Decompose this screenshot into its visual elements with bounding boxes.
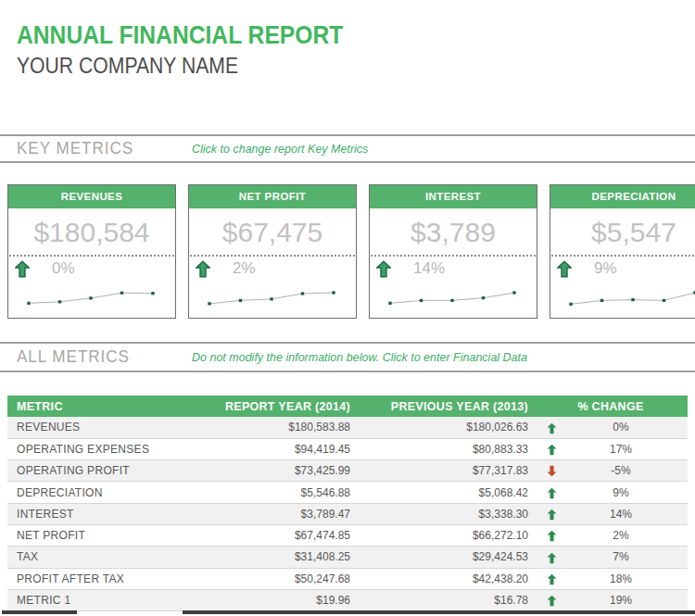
table-row: REVENUES $180,583.88 $180,026.63 0% [7,417,688,438]
metric-card-value: $180,584 [8,208,175,255]
percent-change-cell: 0% [569,417,688,438]
up-arrow-icon [547,421,557,434]
previous-year-cell: $42,438.20 [356,568,534,589]
report-year-cell: $180,583.88 [222,417,356,438]
table-row: PROFIT AFTER TAX $50,247.68 $42,438.20 1… [7,568,688,589]
column-header-percent-change: % CHANGE [534,396,688,417]
column-header-previous-year: PREVIOUS YEAR (2013) [356,396,534,417]
metric-name-cell: TAX [7,547,222,568]
previous-year-cell: $5,068.42 [356,482,534,503]
column-header-report-year: REPORT YEAR (2014) [222,396,356,417]
key-metrics-label: KEY METRICS [17,139,133,158]
key-metrics-band: KEY METRICS Click to change report Key M… [0,134,695,163]
metric-name-cell: INTEREST [7,503,222,524]
key-metrics-instruction[interactable]: Click to change report Key Metrics [192,143,368,156]
all-metrics-table: METRIC REPORT YEAR (2014) PREVIOUS YEAR … [7,396,688,611]
percent-change-cell: 7% [569,547,688,568]
report-year-cell: $73,425.99 [222,460,356,482]
percent-change-cell: -5% [569,460,688,482]
metric-card-change: 0% [52,259,75,278]
previous-year-cell: $180,026.63 [356,417,534,438]
table-row: INTEREST $3,789.47 $3,338.30 14% [7,503,688,524]
report-year-cell: $67,474.85 [222,524,356,546]
all-metrics-instruction[interactable]: Do not modify the information below. Cli… [192,351,527,364]
report-title: ANNUAL FINANCIAL REPORT [17,20,343,50]
previous-year-cell: $77,317.83 [356,460,534,482]
up-arrow-icon [547,572,557,585]
metric-card-change: 14% [413,259,445,278]
previous-year-cell: $66,272.10 [356,524,534,546]
column-header-metric: METRIC [7,396,222,417]
percent-change-cell: 9% [569,482,688,503]
percent-change-cell: 19% [569,589,688,610]
section-divider-segment [2,610,77,614]
up-arrow-icon [376,260,391,278]
metric-card[interactable]: REVENUES $180,584 0% [7,184,176,319]
metric-name-cell: OPERATING EXPENSES [7,438,222,459]
table-row: OPERATING EXPENSES $94,419.45 $80,883.33… [7,438,688,459]
all-metrics-label: ALL METRICS [17,347,130,367]
table-header-row: METRIC REPORT YEAR (2014) PREVIOUS YEAR … [7,396,688,417]
percent-change-cell: 14% [569,503,688,524]
up-arrow-icon [15,260,30,278]
report-year-cell: $94,419.45 [222,438,356,459]
up-arrow-icon [547,485,557,498]
up-arrow-icon [196,260,210,278]
table-row: OPERATING PROFIT $73,425.99 $77,317.83 -… [7,460,688,482]
metric-card-value: $5,547 [550,208,695,255]
metric-card-title: INTEREST [370,185,537,208]
metric-card-change-row: 2% [189,257,356,281]
table-row: METRIC 1 $19.96 $16.78 19% [7,589,688,610]
previous-year-cell: $80,883.33 [356,438,534,459]
previous-year-cell: $29,424.53 [356,547,534,568]
percent-change-cell: 17% [569,438,688,459]
metric-name-cell: REVENUES [7,417,222,438]
report-year-cell: $5,546.88 [222,482,356,503]
metric-card-change: 9% [594,259,617,278]
metric-card-value: $67,475 [189,208,356,255]
percent-change-cell: 2% [569,524,688,546]
metric-name-cell: DEPRECIATION [7,482,222,503]
previous-year-cell: $3,338.30 [356,503,534,524]
metric-card-title: DEPRECIATION [550,185,695,208]
all-metrics-band: ALL METRICS Do not modify the informatio… [0,342,695,372]
percent-change-cell: 18% [569,568,688,589]
up-arrow-icon [547,594,557,607]
metric-card[interactable]: NET PROFIT $67,475 2% [188,184,357,319]
section-divider-segment [183,610,695,614]
report-year-cell: $3,789.47 [222,503,356,524]
report-year-cell: $50,247.68 [222,568,356,589]
metric-card-change-row: 0% [8,257,175,281]
metric-card-change-row: 14% [370,257,537,281]
metric-name-cell: PROFIT AFTER TAX [7,568,222,589]
metric-card[interactable]: INTEREST $3,789 14% [369,184,537,319]
down-arrow-icon [547,464,557,477]
key-metric-cards: REVENUES $180,584 0% NET PROFIT $67,475 … [7,184,695,319]
table-row: DEPRECIATION $5,546.88 $5,068.42 9% [7,482,688,503]
metric-card-change-row: 9% [550,257,695,281]
sparkline-chart [370,281,537,316]
sparkline-chart [8,281,175,316]
up-arrow-icon [547,550,557,563]
metric-name-cell: OPERATING PROFIT [7,460,222,482]
report-year-cell: $31,408.25 [222,547,356,568]
up-arrow-icon [547,443,557,456]
metric-card-title: NET PROFIT [189,185,356,208]
sparkline-chart [189,281,356,316]
metric-name-cell: METRIC 1 [7,589,222,610]
up-arrow-icon [547,529,557,542]
table-row: NET PROFIT $67,474.85 $66,272.10 2% [7,524,688,546]
up-arrow-icon [557,260,572,278]
report-year-cell: $19.96 [222,589,356,610]
metric-card[interactable]: DEPRECIATION $5,547 9% [550,184,695,319]
sparkline-chart [550,281,695,316]
up-arrow-icon [547,508,557,521]
metric-card-title: REVENUES [8,185,175,208]
company-name: YOUR COMPANY NAME [17,54,238,79]
metric-card-change: 2% [233,259,256,278]
table-row: TAX $31,408.25 $29,424.53 7% [7,547,688,568]
previous-year-cell: $16.78 [356,589,534,610]
annual-financial-report-page: ANNUAL FINANCIAL REPORT YOUR COMPANY NAM… [0,0,695,616]
metric-name-cell: NET PROFIT [7,524,222,546]
metric-card-value: $3,789 [370,208,537,255]
